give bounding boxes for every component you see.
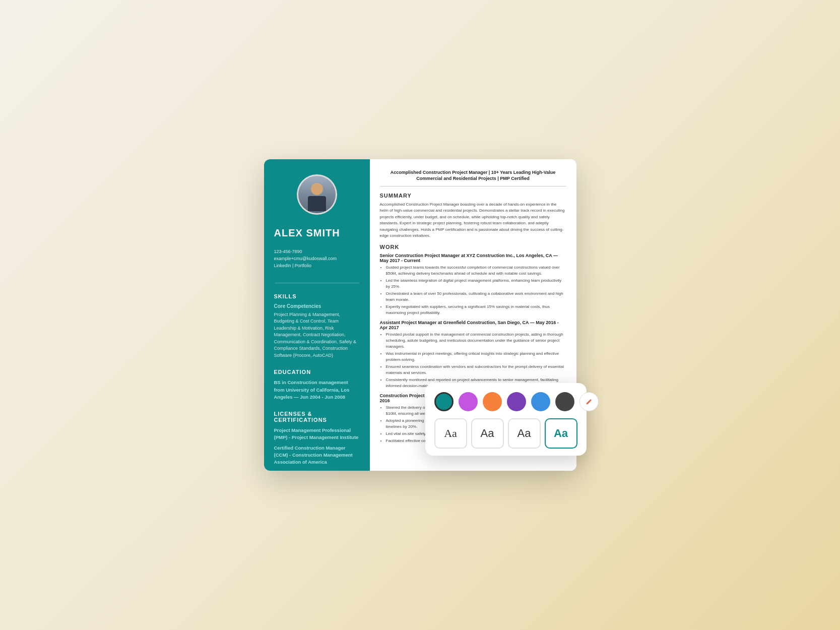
licenses-title: LICENSES & CERTIFICATIONS (274, 411, 360, 423)
licenses-section: LICENSES & CERTIFICATIONS Project Manage… (264, 406, 370, 471)
bullet: Provided pivotal support in the manageme… (386, 332, 566, 350)
bullet: Guided project teams towards the success… (386, 265, 566, 277)
job-bullets-1: Guided project teams towards the success… (386, 265, 566, 316)
font-options: Aa Aa Aa Aa (434, 418, 577, 449)
skills-text: Project Planning & Management, Budgeting… (274, 311, 360, 359)
sidebar-divider (275, 283, 359, 283)
font-label-light: Aa (518, 427, 531, 440)
work-title: WORK (380, 244, 566, 250)
pencil-icon (586, 398, 593, 405)
skills-section: SKILLS Core Competencies Project Plannin… (264, 288, 370, 364)
contact-area: 123-456-7890 example+cmu@kudoswall.com L… (264, 246, 370, 278)
bullet: Led the seamless integration of digital … (386, 278, 566, 290)
font-option-light[interactable]: Aa (508, 418, 541, 449)
education-title: EDUCATION (274, 369, 360, 375)
font-label-serif: Aa (444, 427, 457, 440)
font-option-bold[interactable]: Aa (545, 418, 577, 449)
avatar-person (304, 183, 330, 213)
education-degree: BS in Construction management from Unive… (274, 379, 360, 401)
color-swatches (434, 392, 577, 411)
education-section: EDUCATION BS in Construction management … (264, 364, 370, 406)
font-option-sans[interactable]: Aa (471, 418, 504, 449)
font-label-sans: Aa (481, 427, 494, 440)
resume-name: ALEX SMITH (274, 227, 360, 239)
color-swatch-blue[interactable] (531, 392, 550, 411)
skills-title: SKILLS (274, 293, 360, 299)
color-swatch-teal[interactable] (434, 392, 454, 411)
links: LinkedIn | Portfolio (274, 263, 360, 268)
color-swatch-custom[interactable] (579, 392, 599, 411)
color-swatch-purple[interactable] (459, 392, 478, 411)
skills-subsection: Core Competencies (274, 303, 360, 309)
bullet: Expertly negotiated with suppliers, secu… (386, 304, 566, 316)
color-picker-popup: Aa Aa Aa Aa (425, 383, 587, 456)
font-label-bold: Aa (554, 427, 568, 440)
avatar-area (264, 159, 370, 222)
name-area: ALEX SMITH (264, 222, 370, 246)
color-swatch-orange[interactable] (483, 392, 502, 411)
license-2: Certified Construction Manager (CCM) - C… (274, 445, 360, 466)
avatar-body (308, 196, 326, 211)
font-option-serif[interactable]: Aa (434, 418, 467, 449)
color-swatch-dark[interactable] (555, 392, 574, 411)
color-swatch-dark-purple[interactable] (507, 392, 526, 411)
bullet: Orchestrated a team of over 50 professio… (386, 291, 566, 303)
summary-text: Accomplished Construction Project Manage… (380, 202, 566, 239)
bullet: Ensured seamless coordination with vendo… (386, 364, 566, 376)
bullet: Was instrumental in project meetings, of… (386, 351, 566, 363)
avatar (297, 174, 337, 215)
summary-title: SUMMARY (380, 193, 566, 199)
phone: 123-456-7890 (274, 249, 360, 254)
avatar-head (311, 183, 323, 195)
resume-sidebar: ALEX SMITH 123-456-7890 example+cmu@kudo… (264, 159, 370, 471)
job-bullets-2: Provided pivotal support in the manageme… (386, 332, 566, 389)
job-title-2: Assistant Project Manager at Greenfield … (380, 320, 566, 330)
email: example+cmu@kudoswall.com (274, 256, 360, 261)
job-title-1: Senior Construction Project Manager at X… (380, 253, 566, 263)
headline: Accomplished Construction Project Manage… (380, 169, 566, 186)
avatar-image (298, 176, 336, 213)
license-1: Project Management Professional (PMP) - … (274, 427, 360, 442)
